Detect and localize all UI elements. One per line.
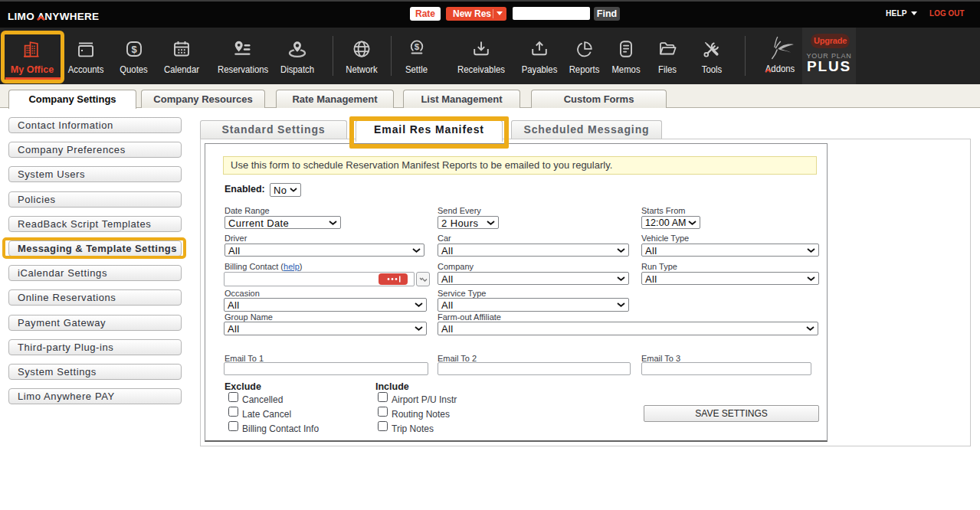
- svg-text:$: $: [414, 42, 419, 51]
- svg-text:$: $: [131, 44, 137, 55]
